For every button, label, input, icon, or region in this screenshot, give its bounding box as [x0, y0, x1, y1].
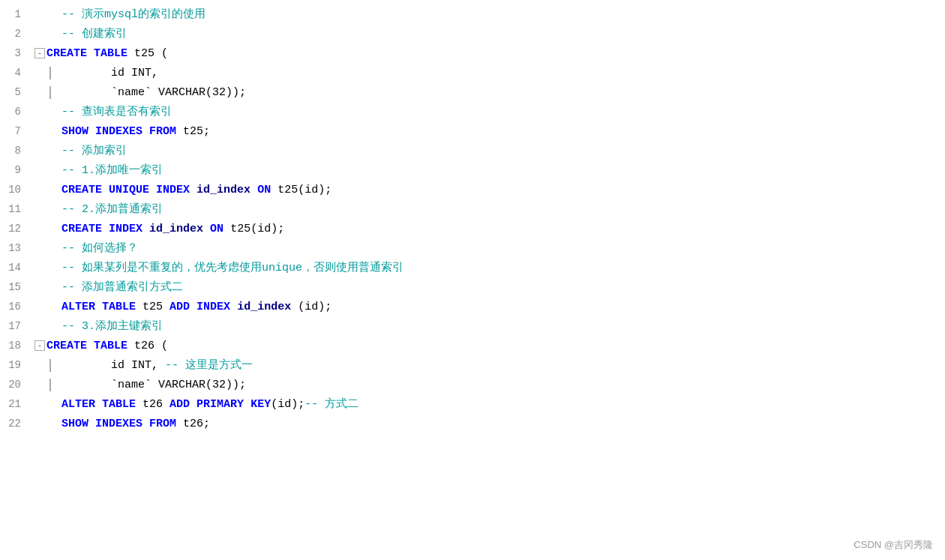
line-3: 3-CREATE TABLE t25 (: [0, 45, 945, 64]
line-content: `name` VARCHAR(32));: [32, 376, 945, 394]
line-number: 2: [0, 26, 32, 43]
line-22: 22 SHOW INDEXES FROM t26;: [0, 415, 945, 435]
collapse-btn[interactable]: -: [34, 340, 45, 351]
line-content: SHOW INDEXES FROM t26;: [32, 415, 945, 433]
line-content: -- 添加普通索引方式二: [32, 279, 945, 296]
line-number: 22: [0, 416, 32, 433]
line-number: 12: [0, 221, 32, 238]
line-number: 14: [0, 260, 32, 277]
line-content: -- 查询表是否有索引: [32, 103, 945, 121]
line-21: 21 ALTER TABLE t26 ADD PRIMARY KEY(id);-…: [0, 396, 945, 415]
watermark-label: CSDN @吉冈秀隆: [854, 538, 933, 553]
line-number: 19: [0, 358, 32, 374]
code-editor: 1 -- 演示mysql的索引的使用2 -- 创建索引3-CREATE TABL…: [0, 0, 945, 560]
line-content: -CREATE TABLE t25 (: [32, 45, 945, 62]
line-16: 16 ALTER TABLE t25 ADD INDEX id_index (i…: [0, 298, 945, 318]
line-7: 7 SHOW INDEXES FROM t25;: [0, 123, 945, 142]
line-20: 20 `name` VARCHAR(32));: [0, 376, 945, 396]
line-number: 8: [0, 143, 32, 160]
line-19: 19 id INT, -- 这里是方式一: [0, 357, 945, 376]
line-14: 14 -- 如果某列是不重复的，优先考虑使用unique，否则使用普通索引: [0, 259, 945, 279]
line-number: 3: [0, 46, 32, 62]
line-content: -- 2.添加普通索引: [32, 201, 945, 218]
line-5: 5 `name` VARCHAR(32));: [0, 84, 945, 103]
line-17: 17 -- 3.添加主键索引: [0, 318, 945, 337]
line-number: 10: [0, 182, 32, 199]
line-6: 6 -- 查询表是否有索引: [0, 103, 945, 123]
line-content: -- 1.添加唯一索引: [32, 162, 945, 179]
line-number: 13: [0, 241, 32, 257]
line-4: 4 id INT,: [0, 64, 945, 84]
line-18: 18-CREATE TABLE t26 (: [0, 337, 945, 357]
line-content: -- 如何选择？: [32, 240, 945, 257]
line-content: -CREATE TABLE t26 (: [32, 337, 945, 355]
line-1: 1 -- 演示mysql的索引的使用: [0, 6, 945, 25]
line-number: 1: [0, 7, 32, 23]
line-content: ALTER TABLE t26 ADD PRIMARY KEY(id);-- 方…: [32, 396, 945, 413]
line-content: id INT,: [32, 64, 945, 82]
line-9: 9 -- 1.添加唯一索引: [0, 162, 945, 181]
line-12: 12 CREATE INDEX id_index ON t25(id);: [0, 220, 945, 240]
line-content: CREATE UNIQUE INDEX id_index ON t25(id);: [32, 181, 945, 199]
line-13: 13 -- 如何选择？: [0, 240, 945, 259]
line-2: 2 -- 创建索引: [0, 25, 945, 45]
line-number: 9: [0, 163, 32, 179]
line-content: id INT, -- 这里是方式一: [32, 357, 945, 374]
line-number: 18: [0, 338, 32, 355]
line-number: 7: [0, 124, 32, 140]
line-content: -- 演示mysql的索引的使用: [32, 6, 945, 23]
line-content: CREATE INDEX id_index ON t25(id);: [32, 220, 945, 238]
line-number: 15: [0, 280, 32, 296]
line-number: 5: [0, 85, 32, 101]
line-number: 4: [0, 65, 32, 82]
line-10: 10 CREATE UNIQUE INDEX id_index ON t25(i…: [0, 181, 945, 201]
line-number: 21: [0, 397, 32, 413]
line-11: 11 -- 2.添加普通索引: [0, 201, 945, 220]
collapse-btn[interactable]: -: [34, 48, 45, 58]
line-number: 11: [0, 202, 32, 218]
line-number: 17: [0, 319, 32, 335]
line-number: 16: [0, 299, 32, 316]
line-15: 15 -- 添加普通索引方式二: [0, 279, 945, 298]
line-content: -- 3.添加主键索引: [32, 318, 945, 335]
line-content: SHOW INDEXES FROM t25;: [32, 123, 945, 140]
line-content: -- 创建索引: [32, 25, 945, 43]
line-8: 8 -- 添加索引: [0, 142, 945, 162]
line-number: 6: [0, 104, 32, 121]
line-content: -- 添加索引: [32, 142, 945, 160]
line-content: -- 如果某列是不重复的，优先考虑使用unique，否则使用普通索引: [32, 259, 945, 277]
line-content: `name` VARCHAR(32));: [32, 84, 945, 101]
line-content: ALTER TABLE t25 ADD INDEX id_index (id);: [32, 298, 945, 316]
line-number: 20: [0, 377, 32, 394]
